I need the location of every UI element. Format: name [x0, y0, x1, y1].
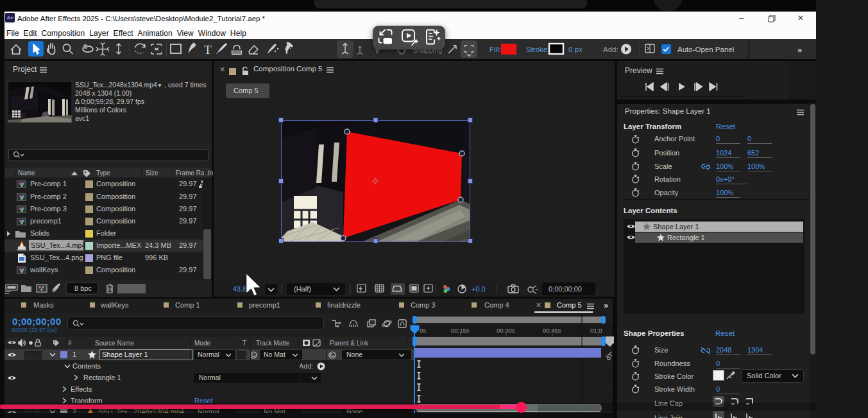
svg-text:0 px: 0 px: [568, 46, 583, 53]
svg-text:Mode: Mode: [194, 340, 210, 347]
svg-text:Source Name: Source Name: [95, 340, 135, 347]
svg-text:Stroke:: Stroke:: [526, 46, 549, 53]
svg-text:Fill:: Fill:: [489, 46, 501, 53]
svg-text:Auto-Open Panel: Auto-Open Panel: [677, 46, 734, 53]
svg-text:#: #: [68, 340, 72, 347]
svg-text:T: T: [204, 43, 212, 57]
svg-text:Snapping: Snapping: [413, 46, 443, 54]
svg-text:Parent & Link: Parent & Link: [330, 340, 369, 347]
svg-text:»: »: [797, 45, 802, 55]
svg-text:T: T: [243, 340, 246, 347]
svg-text:Add:: Add:: [603, 46, 618, 53]
svg-text:Track Matte: Track Matte: [256, 340, 290, 347]
svg-text:8 bpc: 8 bpc: [74, 284, 92, 292]
